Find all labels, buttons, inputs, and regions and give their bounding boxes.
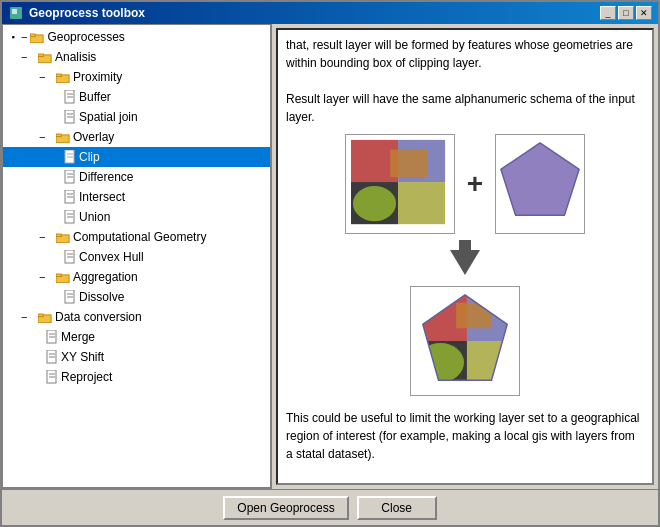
tree-panel[interactable]: ▪ − Geoprocesses − xyxy=(2,24,272,489)
doc-icon-reproject xyxy=(45,370,59,384)
description-para2: Result layer will have the same alphanum… xyxy=(286,90,644,126)
proximity-label: Proximity xyxy=(73,68,122,86)
tree-item-computational-geometry[interactable]: − Computational Geometry xyxy=(3,227,270,247)
minimize-button[interactable]: _ xyxy=(600,6,616,20)
difference-label: Difference xyxy=(79,168,133,186)
doc-icon-difference xyxy=(63,170,77,184)
description-text[interactable]: that, result layer will be formed by fea… xyxy=(278,30,652,483)
tree-item-aggregation[interactable]: − Aggregation xyxy=(3,267,270,287)
doc-icon-dissolve xyxy=(63,290,77,304)
clip-layer-svg xyxy=(495,134,585,234)
minus-icon-cg: − xyxy=(39,228,53,246)
geoprocesses-label: Geoprocesses xyxy=(47,28,124,46)
minus-icon-agg: − xyxy=(39,268,53,286)
tree-item-spatial-join[interactable]: Spatial join xyxy=(3,107,270,127)
doc-icon-clip xyxy=(63,150,77,164)
svg-rect-5 xyxy=(38,54,43,57)
right-panel: that, result layer will be formed by fea… xyxy=(272,24,658,489)
minus-icon-overlay: − xyxy=(39,128,53,146)
reproject-label: Reproject xyxy=(61,368,112,386)
intersect-label: Intersect xyxy=(79,188,125,206)
app-icon xyxy=(8,5,24,21)
doc-icon-union xyxy=(63,210,77,224)
tree-item-buffer[interactable]: Buffer xyxy=(3,87,270,107)
tree-item-clip[interactable]: Clip xyxy=(3,147,270,167)
doc-icon-intersect xyxy=(63,190,77,204)
data-conversion-label: Data conversion xyxy=(55,308,142,326)
svg-marker-55 xyxy=(501,143,579,215)
computational-geometry-label: Computational Geometry xyxy=(73,228,206,246)
svg-rect-34 xyxy=(56,274,61,277)
svg-rect-52 xyxy=(398,182,445,224)
svg-rect-7 xyxy=(56,74,61,77)
svg-point-64 xyxy=(417,343,464,382)
union-label: Union xyxy=(79,208,110,226)
tree-item-data-conversion[interactable]: − Data conversion xyxy=(3,307,270,327)
plus-sign: + xyxy=(467,163,483,205)
xy-shift-label: XY Shift xyxy=(61,348,104,366)
svg-rect-39 xyxy=(38,314,43,317)
tree-item-proximity[interactable]: − Proximity xyxy=(3,67,270,87)
doc-icon-buffer xyxy=(63,90,77,104)
doc-icon-convex-hull xyxy=(63,250,77,264)
spatial-join-label: Spatial join xyxy=(79,108,138,126)
bottom-bar: Open Geoprocess Close xyxy=(2,489,658,525)
input-layer-svg xyxy=(345,134,455,234)
folder-icon-proximity xyxy=(55,69,71,85)
description-para3: This could be useful to limit the workin… xyxy=(286,409,644,463)
diagram-top-row: + xyxy=(345,134,585,234)
svg-rect-29 xyxy=(56,234,61,237)
folder-icon-cg xyxy=(55,229,71,245)
close-button[interactable]: Close xyxy=(357,496,437,520)
tree-item-intersect[interactable]: Intersect xyxy=(3,187,270,207)
svg-rect-63 xyxy=(456,303,491,329)
tree-item-reproject[interactable]: Reproject xyxy=(3,367,270,387)
minus-icon-analisis: − xyxy=(21,48,35,66)
dissolve-label: Dissolve xyxy=(79,288,124,306)
tree-item-union[interactable]: Union xyxy=(3,207,270,227)
tree-item-geoprocesses[interactable]: ▪ − Geoprocesses xyxy=(3,27,270,47)
tree-item-dissolve[interactable]: Dissolve xyxy=(3,287,270,307)
result-row xyxy=(410,286,520,401)
tree-item-difference[interactable]: Difference xyxy=(3,167,270,187)
title-bar: Geoprocess toolbox _ □ ✕ xyxy=(2,2,658,24)
open-geoprocess-button[interactable]: Open Geoprocess xyxy=(223,496,348,520)
folder-icon xyxy=(29,29,45,45)
svg-point-54 xyxy=(353,186,396,221)
svg-rect-1 xyxy=(12,9,17,14)
window-controls: _ □ ✕ xyxy=(600,6,652,20)
folder-icon-aggregation xyxy=(55,269,71,285)
doc-icon-merge xyxy=(45,330,59,344)
svg-rect-62 xyxy=(467,341,518,390)
title-bar-left: Geoprocess toolbox xyxy=(8,5,145,21)
tree-item-overlay[interactable]: − Overlay xyxy=(3,127,270,147)
description-box: that, result layer will be formed by fea… xyxy=(276,28,654,485)
tree-item-xy-shift[interactable]: XY Shift xyxy=(3,347,270,367)
maximize-button[interactable]: □ xyxy=(618,6,634,20)
close-button[interactable]: ✕ xyxy=(636,6,652,20)
merge-label: Merge xyxy=(61,328,95,346)
aggregation-label: Aggregation xyxy=(73,268,138,286)
main-content: ▪ − Geoprocesses − xyxy=(2,24,658,489)
clip-label: Clip xyxy=(79,148,100,166)
folder-icon-data-conversion xyxy=(37,309,53,325)
window-title: Geoprocess toolbox xyxy=(29,6,145,20)
doc-icon-spatial-join xyxy=(63,110,77,124)
geoprocess-toolbox-window: Geoprocess toolbox _ □ ✕ ▪ − Geoprocesse… xyxy=(0,0,660,527)
expand-icon: ▪ xyxy=(5,29,21,45)
convex-hull-label: Convex Hull xyxy=(79,248,144,266)
overlay-label: Overlay xyxy=(73,128,114,146)
description-para1: that, result layer will be formed by fea… xyxy=(286,36,644,72)
folder-icon-overlay xyxy=(55,129,71,145)
tree-item-convex-hull[interactable]: Convex Hull xyxy=(3,247,270,267)
minus-icon: − xyxy=(21,28,27,46)
tree-item-analisis[interactable]: − Analisis xyxy=(3,47,270,67)
result-layer-svg xyxy=(410,286,520,396)
folder-icon-analisis xyxy=(37,49,53,65)
doc-icon-xy-shift xyxy=(45,350,59,364)
svg-marker-56 xyxy=(450,250,480,275)
minus-icon-dc: − xyxy=(21,308,35,326)
svg-rect-53 xyxy=(390,150,427,177)
svg-rect-57 xyxy=(459,240,471,252)
tree-item-merge[interactable]: Merge xyxy=(3,327,270,347)
